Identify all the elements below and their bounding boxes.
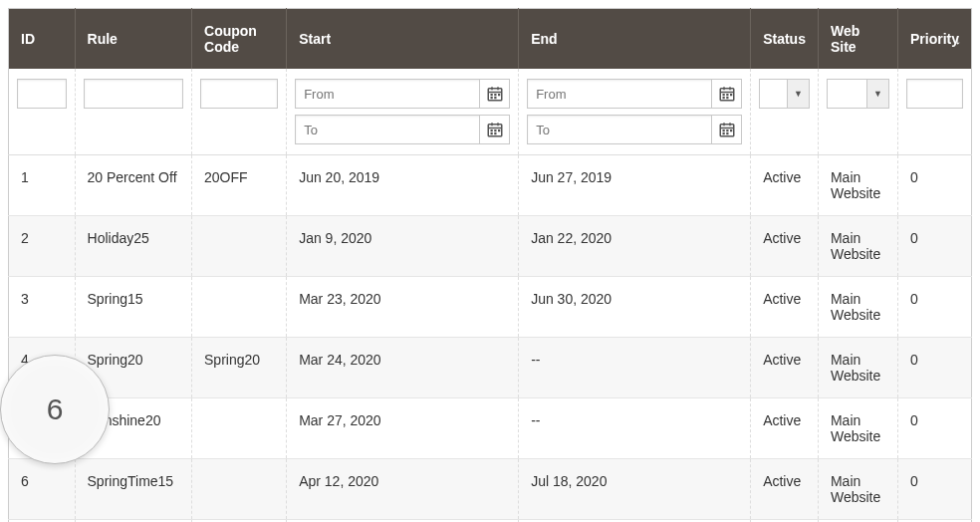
calendar-icon[interactable] — [479, 80, 509, 108]
cell-rule: Holiday25 — [75, 216, 192, 277]
table-row[interactable]: 5Sunshine20Mar 27, 2020--ActiveMain Webs… — [9, 398, 972, 459]
cell-website: Main Website — [818, 155, 897, 216]
column-header-id[interactable]: ID — [9, 9, 76, 70]
cell-start: Mar 27, 2020 — [287, 398, 519, 459]
cell-id: 6 — [9, 459, 76, 520]
table-row[interactable]: 4Spring20Spring20Mar 24, 2020--ActiveMai… — [9, 338, 972, 398]
column-header-priority-label: Priority — [910, 31, 959, 47]
rules-table: ID Rule Coupon Code Start End Status Web… — [8, 8, 972, 522]
cell-coupon: 20OFF — [192, 155, 287, 216]
cell-rule: SpringTime15 — [75, 459, 192, 520]
cell-priority: 0 — [897, 338, 971, 398]
cell-start: Jan 9, 2020 — [287, 216, 519, 277]
table-row[interactable]: 6SpringTime15Apr 12, 2020Jul 18, 2020Act… — [9, 459, 972, 520]
filter-input-rule[interactable] — [84, 79, 184, 109]
cell-id: 1 — [9, 155, 76, 216]
filter-website-value — [828, 80, 866, 108]
cell-website: Main Website — [818, 277, 897, 338]
cell-coupon: Spring20 — [192, 338, 287, 398]
column-header-start[interactable]: Start — [287, 9, 519, 70]
cell-rule: 20 Percent Off — [75, 155, 192, 216]
filter-end-from[interactable] — [527, 79, 742, 109]
cell-start: Jun 20, 2019 — [287, 155, 519, 216]
cell-end: -- — [519, 398, 751, 459]
cell-status: Active — [751, 277, 819, 338]
header-row: ID Rule Coupon Code Start End Status Web… — [9, 9, 972, 70]
filter-website-select[interactable]: ▼ — [827, 79, 889, 109]
cell-start: Mar 23, 2020 — [287, 277, 519, 338]
cell-start: Apr 12, 2020 — [287, 459, 519, 520]
cell-end: Jan 22, 2020 — [519, 216, 751, 277]
filter-end-to[interactable] — [527, 115, 742, 144]
filter-input-priority[interactable] — [906, 79, 963, 109]
column-header-status[interactable]: Status — [751, 9, 819, 70]
cell-rule: Spring15 — [75, 277, 192, 338]
column-header-coupon[interactable]: Coupon Code — [192, 9, 287, 70]
chevron-down-icon: ▼ — [787, 80, 809, 108]
table-row[interactable]: 120 Percent Off20OFFJun 20, 2019Jun 27, … — [9, 155, 972, 216]
cell-priority: 0 — [897, 277, 971, 338]
column-header-end[interactable]: End — [519, 9, 751, 70]
sort-descending-icon: ↓ — [955, 32, 962, 47]
cell-id: 5 — [9, 398, 76, 459]
cell-coupon — [192, 216, 287, 277]
cell-id: 3 — [9, 277, 76, 338]
calendar-icon[interactable] — [711, 80, 741, 108]
cell-priority: 0 — [897, 398, 971, 459]
chevron-down-icon: ▼ — [866, 80, 888, 108]
filter-start-from-input[interactable] — [296, 80, 479, 108]
column-header-website[interactable]: Web Site — [818, 9, 897, 70]
cell-website: Main Website — [818, 459, 897, 520]
filter-start-from[interactable] — [295, 79, 510, 109]
filter-input-coupon[interactable] — [200, 79, 278, 109]
cell-website: Main Website — [818, 398, 897, 459]
column-header-rule[interactable]: Rule — [75, 9, 192, 70]
filter-end-to-input[interactable] — [528, 116, 711, 143]
cell-priority: 0 — [897, 459, 971, 520]
cell-end: Jul 18, 2020 — [519, 459, 751, 520]
cell-id: 4 — [9, 338, 76, 398]
table-row[interactable]: 3Spring15Mar 23, 2020Jun 30, 2020ActiveM… — [9, 277, 972, 338]
filter-start-to-input[interactable] — [296, 116, 479, 143]
table-row[interactable]: 2Holiday25Jan 9, 2020Jan 22, 2020ActiveM… — [9, 216, 972, 277]
cell-coupon — [192, 459, 287, 520]
cell-end: Jun 27, 2019 — [519, 155, 751, 216]
cell-status: Active — [751, 459, 819, 520]
filter-status-value — [760, 80, 787, 108]
cell-status: Active — [751, 155, 819, 216]
cell-status: Active — [751, 398, 819, 459]
calendar-icon[interactable] — [479, 116, 509, 143]
cell-status: Active — [751, 338, 819, 398]
cell-website: Main Website — [818, 338, 897, 398]
cell-end: Jun 30, 2020 — [519, 277, 751, 338]
column-header-priority[interactable]: Priority ↓ — [897, 9, 971, 70]
cell-coupon — [192, 277, 287, 338]
filter-row: ▼ ▼ — [9, 69, 972, 155]
cell-priority: 0 — [897, 216, 971, 277]
cell-coupon — [192, 398, 287, 459]
filter-end-from-input[interactable] — [528, 80, 711, 108]
cell-website: Main Website — [818, 216, 897, 277]
cell-id: 2 — [9, 216, 76, 277]
cell-priority: 0 — [897, 155, 971, 216]
cell-rule: Sunshine20 — [75, 398, 192, 459]
filter-start-to[interactable] — [295, 115, 510, 144]
cell-rule: Spring20 — [75, 338, 192, 398]
cell-status: Active — [751, 216, 819, 277]
cell-end: -- — [519, 338, 751, 398]
calendar-icon[interactable] — [711, 116, 741, 143]
filter-status-select[interactable]: ▼ — [759, 79, 810, 109]
filter-input-id[interactable] — [17, 79, 67, 109]
cell-start: Mar 24, 2020 — [287, 338, 519, 398]
